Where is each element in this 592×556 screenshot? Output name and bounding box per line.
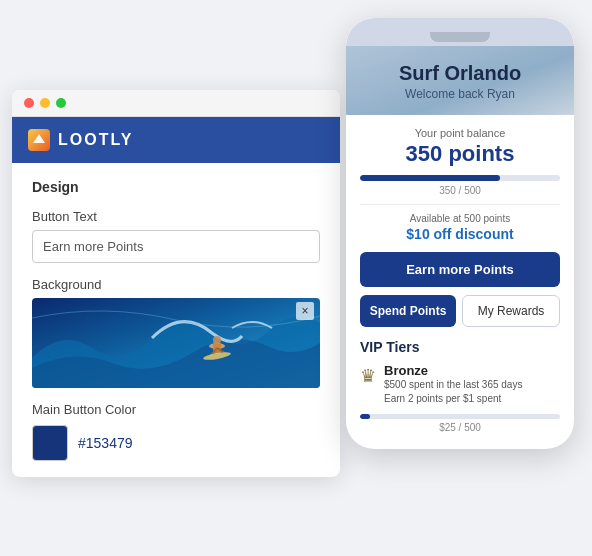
design-section-title: Design [32, 179, 320, 195]
vip-tier-row: ♛ Bronze $500 spent in the last 365 days… [360, 363, 560, 406]
background-image-preview: × [32, 298, 320, 388]
vip-info: Bronze $500 spent in the last 365 days E… [384, 363, 522, 406]
color-swatch[interactable] [32, 425, 68, 461]
mobile-notch [430, 32, 490, 42]
mobile-notch-area [346, 18, 574, 46]
browser-titlebar [12, 90, 340, 117]
vip-tier-desc-1: $500 spent in the last 365 days [384, 378, 522, 392]
earn-more-points-button[interactable]: Earn more Points [360, 252, 560, 287]
vip-tier-name: Bronze [384, 363, 522, 378]
mobile-mockup: Surf Orlando Welcome back Ryan Your poin… [346, 18, 574, 449]
points-label: Your point balance [360, 127, 560, 139]
discount-text: $10 off discount [360, 226, 560, 242]
lootly-header: LOOTLY [12, 117, 340, 163]
dot-red [24, 98, 34, 108]
vip-tier-desc-2: Earn 2 points per $1 spent [384, 392, 522, 406]
svg-point-4 [213, 336, 221, 344]
color-hex-value: #153479 [78, 435, 133, 451]
lootly-logo-icon [28, 129, 50, 151]
divider-1 [360, 204, 560, 205]
points-value: 350 points [360, 141, 560, 167]
available-label: Available at 500 points [360, 213, 560, 224]
vip-progress-bar [360, 414, 560, 419]
mobile-welcome-text: Welcome back Ryan [360, 87, 560, 101]
dot-green [56, 98, 66, 108]
background-label: Background [32, 277, 320, 292]
points-progress-text: 350 / 500 [360, 185, 560, 196]
vip-progress-fill [360, 414, 370, 419]
action-buttons-row: Spend Points My Rewards [360, 295, 560, 327]
mobile-store-name: Surf Orlando [360, 62, 560, 85]
browser-mockup: LOOTLY Design Button Text Background [12, 90, 340, 477]
mobile-hero: Surf Orlando Welcome back Ryan [346, 46, 574, 115]
vip-progress-text: $25 / 500 [360, 422, 560, 433]
button-text-label: Button Text [32, 209, 320, 224]
vip-tiers-title: VIP Tiers [360, 339, 560, 355]
dot-yellow [40, 98, 50, 108]
points-progress-fill [360, 175, 500, 181]
main-button-color-label: Main Button Color [32, 402, 320, 417]
spend-points-button[interactable]: Spend Points [360, 295, 456, 327]
button-text-input[interactable] [32, 230, 320, 263]
surf-wave-svg [32, 298, 320, 388]
color-picker-row: #153479 [32, 425, 320, 461]
svg-marker-0 [33, 134, 45, 143]
mobile-body: Your point balance 350 points 350 / 500 … [346, 115, 574, 433]
panel-content: Design Button Text Background [12, 163, 340, 477]
lootly-logo-text: LOOTLY [58, 131, 133, 149]
crown-icon: ♛ [360, 365, 376, 387]
background-close-button[interactable]: × [296, 302, 314, 320]
points-progress-bar [360, 175, 560, 181]
my-rewards-button[interactable]: My Rewards [462, 295, 560, 327]
